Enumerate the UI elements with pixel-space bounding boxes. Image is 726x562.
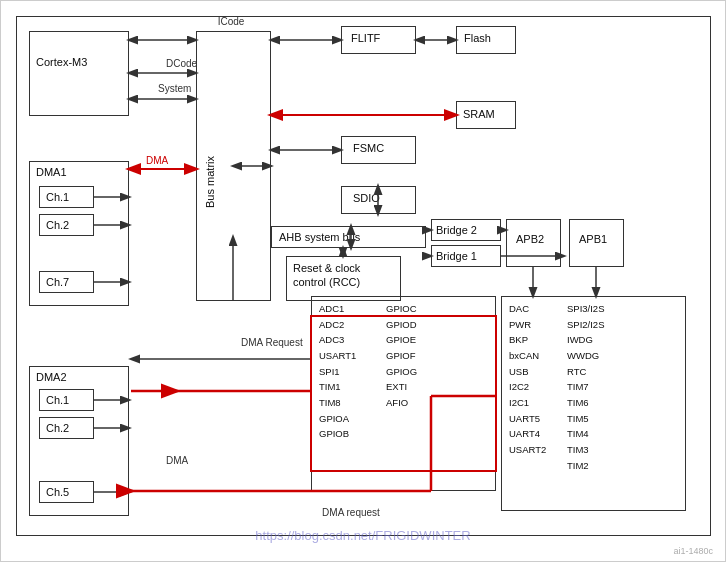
- dma1-ch2-label: Ch.2: [46, 219, 69, 231]
- diagram-id: ai1-1480c: [673, 546, 713, 556]
- rcc-label: Reset & clockcontrol (RCC): [293, 261, 360, 290]
- ahb-bus-label: AHB system bus: [279, 231, 360, 243]
- fsmc-label: FSMC: [353, 142, 384, 154]
- sram-label: SRAM: [463, 108, 495, 120]
- dma2-label: DMA2: [36, 371, 67, 383]
- bridge1-label: Bridge 1: [436, 250, 477, 262]
- dma1-ch7-label: Ch.7: [46, 276, 69, 288]
- bus-matrix-label: Bus matrix: [204, 156, 216, 208]
- watermark: https://blog.csdn.net/FRIGIDWINTER: [255, 528, 470, 543]
- apb2-items-col2: GPIOCGPIODGPIOEGPIOFGPIOGEXTIAFIO: [386, 301, 417, 411]
- cortex-m3-box: [29, 31, 129, 116]
- sdio-label: SDIO: [353, 192, 380, 204]
- dma2-ch5-label: Ch.5: [46, 486, 69, 498]
- apb2-items-col1: ADC1ADC2ADC3USART1SPI1TIM1TIM8GPIOAGPIOB: [319, 301, 356, 442]
- bridge2-label: Bridge 2: [436, 224, 477, 236]
- flash-label: Flash: [464, 32, 491, 44]
- dma2-ch2-label: Ch.2: [46, 422, 69, 434]
- diagram-container: Cortex-M3 DMA1 Ch.1 Ch.2 Ch.7 DMA2 Ch.1 …: [0, 0, 726, 562]
- apb2-label: APB2: [516, 233, 544, 245]
- dma2-ch1-label: Ch.1: [46, 394, 69, 406]
- apb1-items-col2: SPI3/I2SSPI2/I2SIWDGWWDGRTCTIM7TIM6TIM5T…: [567, 301, 605, 473]
- flitf-label: FLITF: [351, 32, 380, 44]
- apb1-label: APB1: [579, 233, 607, 245]
- apb1-items-col1: DACPWRBKPbxCANUSBI2C2I2C1UART5UART4USART…: [509, 301, 546, 458]
- cortex-m3-label: Cortex-M3: [36, 56, 87, 68]
- dma1-ch1-label: Ch.1: [46, 191, 69, 203]
- dma1-label: DMA1: [36, 166, 67, 178]
